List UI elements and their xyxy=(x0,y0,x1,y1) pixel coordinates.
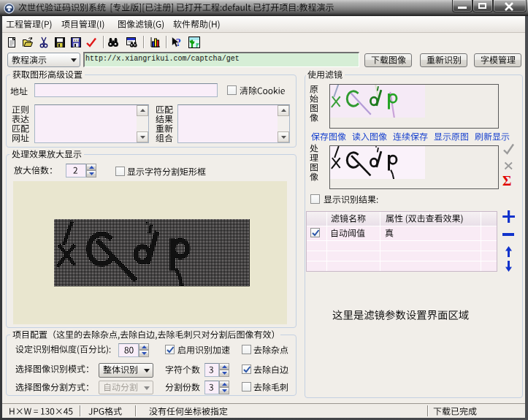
svg-text:xxx: xxx xyxy=(74,39,80,43)
